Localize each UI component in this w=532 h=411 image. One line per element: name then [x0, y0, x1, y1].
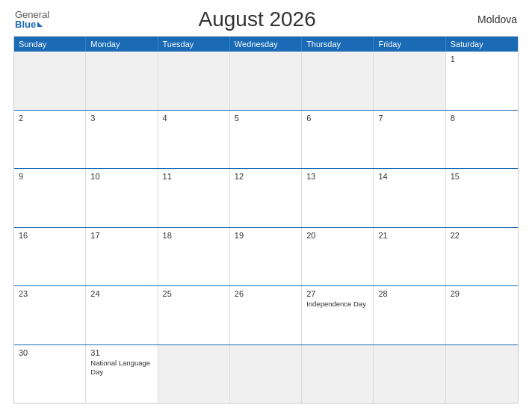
calendar-page: General Blue August 2026 Moldova Sunday …	[0, 0, 532, 411]
day-cell: 12	[230, 169, 302, 227]
day-cell: 26	[230, 286, 302, 344]
day-number: 18	[163, 231, 225, 240]
day-cell: 3	[86, 111, 158, 169]
day-number: 8	[451, 114, 513, 123]
day-number: 26	[235, 289, 297, 298]
day-number: 29	[451, 289, 513, 298]
logo-blue-text: Blue	[15, 19, 49, 29]
day-cell: 1	[446, 52, 518, 110]
day-cell: 2	[14, 111, 86, 169]
day-headers-row: Sunday Monday Tuesday Wednesday Thursday…	[14, 37, 518, 52]
day-number: 17	[90, 231, 152, 240]
day-cell: 23	[14, 286, 86, 344]
day-cell: 22	[446, 228, 518, 286]
day-cell: 5	[230, 111, 302, 169]
day-number: 19	[235, 231, 297, 240]
day-cell	[374, 52, 445, 110]
day-cell	[230, 52, 302, 110]
day-number: 10	[90, 172, 152, 181]
day-cell: 10	[86, 169, 158, 227]
day-cell: 8	[446, 111, 518, 169]
day-cell	[302, 52, 374, 110]
day-cell: 25	[158, 286, 230, 344]
calendar-title: August 2026	[49, 7, 465, 31]
day-cell: 20	[302, 228, 374, 286]
day-cell: 28	[374, 286, 445, 344]
day-cell: 17	[86, 228, 158, 286]
day-number: 27	[306, 289, 368, 298]
day-number: 24	[90, 289, 152, 298]
day-cell	[446, 345, 518, 404]
day-number: 9	[19, 172, 81, 181]
day-cell: 19	[230, 228, 302, 286]
day-number: 15	[451, 172, 513, 181]
header-saturday: Saturday	[446, 37, 518, 52]
day-cell	[14, 52, 86, 110]
day-number: 16	[19, 231, 81, 240]
day-number: 4	[163, 114, 225, 123]
day-cell	[374, 345, 445, 404]
header-sunday: Sunday	[14, 37, 86, 52]
week-row-1: 1	[14, 52, 518, 110]
day-cell: 7	[374, 111, 445, 169]
day-cell	[302, 345, 374, 404]
day-number: 25	[163, 289, 225, 298]
day-cell: 30	[14, 345, 86, 404]
calendar-grid: Sunday Monday Tuesday Wednesday Thursday…	[13, 36, 519, 404]
day-cell: 21	[374, 228, 445, 286]
day-cell: 15	[446, 169, 518, 227]
day-number: 1	[451, 55, 513, 64]
day-number: 12	[235, 172, 297, 181]
day-number: 28	[378, 289, 440, 298]
day-cell: 14	[374, 169, 445, 227]
day-number: 22	[451, 231, 513, 240]
week-row-5: 2324252627Independence Day2829	[14, 285, 518, 344]
day-cell: 18	[158, 228, 230, 286]
day-number: 23	[19, 289, 81, 298]
header-tuesday: Tuesday	[158, 37, 230, 52]
day-cell: 31National Language Day	[86, 345, 158, 404]
day-cell: 11	[158, 169, 230, 227]
week-row-3: 9101112131415	[14, 168, 518, 227]
day-cell: 16	[14, 228, 86, 286]
day-cell: 4	[158, 111, 230, 169]
day-number: 13	[306, 172, 368, 181]
holiday-label: National Language Day	[90, 359, 152, 377]
day-number: 7	[378, 114, 440, 123]
day-cell: 24	[86, 286, 158, 344]
day-number: 31	[90, 348, 152, 357]
day-number: 20	[306, 231, 368, 240]
day-number: 14	[378, 172, 440, 181]
day-number: 30	[19, 348, 81, 357]
day-cell: 27Independence Day	[302, 286, 374, 344]
header-friday: Friday	[374, 37, 445, 52]
logo-triangle-icon	[37, 22, 43, 27]
day-cell: 6	[302, 111, 374, 169]
day-number: 21	[378, 231, 440, 240]
week-row-4: 16171819202122	[14, 227, 518, 286]
header-thursday: Thursday	[302, 37, 374, 52]
day-number: 3	[90, 114, 152, 123]
weeks-container: 1234567891011121314151617181920212223242…	[14, 52, 518, 403]
header-wednesday: Wednesday	[230, 37, 302, 52]
header-monday: Monday	[86, 37, 158, 52]
day-cell	[158, 345, 230, 404]
day-cell: 13	[302, 169, 374, 227]
day-number: 2	[19, 114, 81, 123]
day-number: 11	[163, 172, 225, 181]
day-number: 6	[306, 114, 368, 123]
day-cell	[158, 52, 230, 110]
logo: General Blue	[15, 10, 49, 29]
day-cell: 9	[14, 169, 86, 227]
day-number: 5	[235, 114, 297, 123]
header: General Blue August 2026 Moldova	[13, 7, 519, 31]
day-cell	[86, 52, 158, 110]
day-cell: 29	[446, 286, 518, 344]
week-row-2: 2345678	[14, 110, 518, 169]
week-row-6: 3031National Language Day	[14, 344, 518, 404]
day-cell	[230, 345, 302, 404]
holiday-label: Independence Day	[306, 300, 368, 309]
country-label: Moldova	[465, 13, 517, 25]
